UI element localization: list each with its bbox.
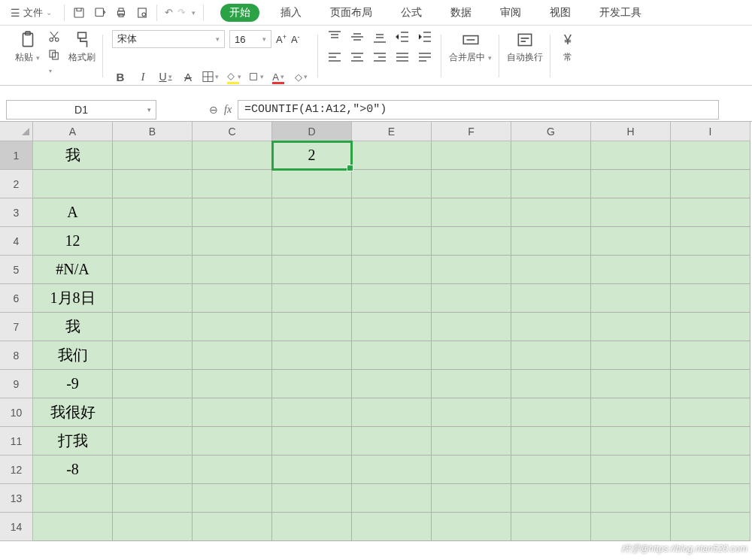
auto-wrap-button[interactable]: 自动换行 [507, 30, 543, 64]
cell[interactable] [671, 141, 750, 170]
clear-format-button[interactable]: ◇▾ [293, 68, 309, 85]
cell[interactable] [591, 341, 671, 370]
cell[interactable] [352, 227, 432, 256]
cell[interactable]: -9 [33, 370, 113, 398]
tab-start[interactable]: 开始 [220, 4, 259, 22]
save-icon[interactable] [72, 6, 86, 20]
tab-page-layout[interactable]: 页面布局 [323, 3, 380, 23]
cell[interactable] [193, 513, 272, 541]
cell[interactable] [671, 341, 750, 370]
cell[interactable] [113, 256, 193, 284]
tab-view[interactable]: 视图 [542, 3, 578, 23]
cell[interactable] [671, 484, 750, 513]
row-header[interactable]: 5 [0, 256, 33, 284]
cell[interactable] [671, 198, 750, 227]
row-header[interactable]: 13 [0, 484, 33, 513]
cell[interactable] [113, 198, 193, 227]
row-header[interactable]: 1 [0, 141, 33, 170]
cell[interactable] [511, 227, 591, 256]
cell[interactable] [272, 370, 352, 398]
row-header[interactable]: 3 [0, 198, 33, 227]
cell[interactable] [193, 313, 272, 341]
copy-icon[interactable]: ▾ [47, 48, 61, 62]
cell[interactable] [352, 513, 432, 541]
cell[interactable] [671, 456, 750, 484]
cell[interactable] [432, 227, 511, 256]
cell[interactable] [193, 427, 272, 456]
cell[interactable] [591, 370, 671, 398]
cell[interactable] [113, 227, 193, 256]
cell[interactable] [511, 341, 591, 370]
cell[interactable]: 我们 [33, 341, 113, 370]
cell[interactable] [432, 341, 511, 370]
cell[interactable] [511, 513, 591, 541]
cell[interactable] [352, 313, 432, 341]
cell[interactable] [511, 141, 591, 170]
cell[interactable] [113, 341, 193, 370]
column-header[interactable]: G [511, 122, 591, 141]
cell[interactable] [272, 170, 352, 198]
undo-icon[interactable]: ↶ [165, 7, 173, 18]
cell[interactable] [432, 370, 511, 398]
italic-button[interactable]: I [135, 68, 151, 85]
cell[interactable] [432, 256, 511, 284]
cell[interactable]: 12 [33, 227, 113, 256]
cell[interactable] [352, 170, 432, 198]
cell[interactable] [352, 484, 432, 513]
cell[interactable] [591, 313, 671, 341]
cell[interactable] [352, 198, 432, 227]
cell[interactable] [272, 198, 352, 227]
fx-icon[interactable]: fx [224, 104, 232, 116]
cell[interactable] [432, 313, 511, 341]
chevron-down-icon[interactable]: ▾ [192, 9, 196, 17]
cell[interactable] [33, 484, 113, 513]
cell[interactable] [432, 170, 511, 198]
row-header[interactable]: 4 [0, 227, 33, 256]
cell[interactable] [113, 456, 193, 484]
cell[interactable] [113, 513, 193, 541]
cell[interactable] [432, 513, 511, 541]
highlight-button[interactable]: ▾ [247, 68, 264, 85]
cell[interactable] [272, 398, 352, 427]
select-all-corner[interactable] [0, 122, 33, 141]
cell[interactable] [432, 398, 511, 427]
cell[interactable] [671, 227, 750, 256]
cell[interactable] [193, 227, 272, 256]
cell[interactable] [591, 398, 671, 427]
cell[interactable] [352, 427, 432, 456]
cell[interactable] [272, 313, 352, 341]
cell[interactable] [272, 456, 352, 484]
column-header[interactable]: A [33, 122, 113, 141]
cell[interactable] [511, 456, 591, 484]
cell[interactable] [511, 284, 591, 313]
align-middle-icon[interactable] [350, 30, 365, 44]
tab-insert[interactable]: 插入 [273, 3, 309, 23]
align-bottom-icon[interactable] [372, 30, 387, 44]
cell[interactable] [511, 256, 591, 284]
save-as-icon[interactable] [93, 6, 107, 20]
cell[interactable]: 打我 [33, 427, 113, 456]
row-header[interactable]: 14 [0, 513, 33, 541]
cell[interactable] [193, 341, 272, 370]
cell[interactable] [511, 370, 591, 398]
cell[interactable] [193, 370, 272, 398]
decrease-indent-icon[interactable] [395, 30, 410, 44]
cell[interactable] [193, 256, 272, 284]
cell[interactable] [511, 313, 591, 341]
cell[interactable]: A [33, 198, 113, 227]
cell[interactable] [511, 198, 591, 227]
cell[interactable]: -8 [33, 456, 113, 484]
cell[interactable] [511, 427, 591, 456]
cell[interactable] [193, 484, 272, 513]
row-header[interactable]: 7 [0, 313, 33, 341]
formula-input[interactable]: =COUNTIF(A1:A12,">0") [238, 100, 719, 120]
align-right-icon[interactable] [372, 51, 387, 65]
merge-center-button[interactable]: 合并居中▾ [449, 30, 492, 64]
cell[interactable] [591, 256, 671, 284]
cell[interactable] [272, 513, 352, 541]
decrease-font-button[interactable]: A- [291, 34, 300, 45]
cell[interactable] [113, 284, 193, 313]
more-button[interactable]: ¥ 常 [558, 30, 578, 64]
justify-icon[interactable] [395, 51, 410, 65]
cell[interactable] [193, 170, 272, 198]
